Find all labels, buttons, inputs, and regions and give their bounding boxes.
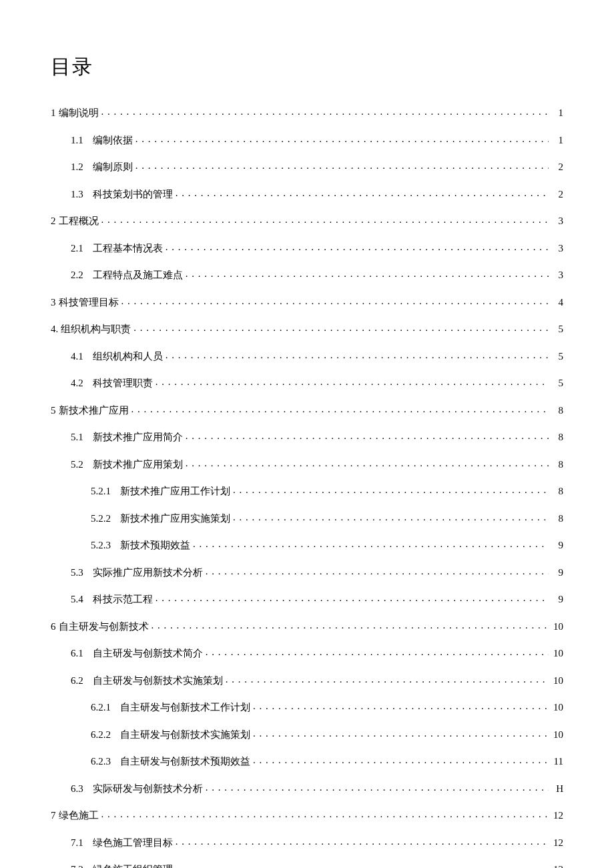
toc-entry-number: 5.2.3: [91, 540, 111, 551]
toc-leader-dots: [233, 512, 549, 522]
toc-entry-number: 5.4: [71, 594, 83, 605]
toc-entry[interactable]: 6.2.1自主研发与创新技术工作计划10: [51, 701, 563, 714]
toc-entry-number: 7: [51, 810, 56, 821]
toc-entry-number: 6.2.3: [91, 756, 111, 767]
toc-entry-label: 编制原则: [93, 161, 133, 173]
toc-entry[interactable]: 3科技管理目标4: [51, 296, 563, 309]
toc-leader-dots: [253, 728, 549, 738]
toc-leader-dots: [166, 242, 549, 252]
toc-entry[interactable]: 6.2.3自主研发与创新技术预期效益11: [51, 755, 563, 768]
toc-entry-page: 10: [551, 729, 563, 741]
toc-entry-number: 5.1: [71, 432, 83, 443]
toc-entry-page: 9: [551, 567, 563, 578]
toc-entry[interactable]: 5.3实际推广应用新技术分析9: [51, 566, 563, 579]
toc-entry[interactable]: 1.3科技策划书的管理2: [51, 187, 563, 201]
toc-entry-number: 6.3: [71, 783, 83, 795]
toc-entry[interactable]: 1.1编制依据1: [51, 133, 563, 147]
toc-entry[interactable]: 7.2绿色施工组织管理12: [51, 863, 563, 868]
toc-entry[interactable]: 2工程概况3: [51, 214, 563, 228]
toc-entry[interactable]: 4.2科技管理职责5: [51, 376, 563, 390]
toc-entry[interactable]: 5.2新技术推广应用策划8: [51, 458, 563, 471]
toc-entry-label: 自主研发与创新技术简介: [93, 647, 203, 660]
toc-entry[interactable]: 5.1新技术推广应用简介8: [51, 430, 563, 444]
toc-leader-dots: [166, 350, 549, 360]
toc-leader-dots: [101, 106, 549, 116]
toc-entry-number: 6: [51, 621, 56, 632]
toc-entry-label: 新技术推广应用简介: [93, 431, 183, 444]
toc-entry-number: 2.2: [71, 270, 83, 281]
toc-entry[interactable]: 4.组织机构与职责5: [51, 322, 563, 336]
toc-entry-label: 组织机构与职责: [61, 323, 131, 336]
toc-entry[interactable]: 6.3实际研发与创新技术分析H: [51, 782, 563, 795]
toc-entry-label: 编制说明: [59, 107, 99, 119]
toc-leader-dots: [206, 782, 549, 792]
toc-leader-dots: [101, 809, 549, 819]
toc-entry-page: 8: [551, 459, 563, 470]
toc-entry-page: 3: [551, 215, 563, 227]
toc-entry[interactable]: 1.2编制原则2: [51, 160, 563, 173]
toc-entry-number: 4.: [51, 324, 58, 335]
toc-entry-label: 新技术预期效益: [120, 539, 190, 552]
toc-entry-number: 5.2.2: [91, 513, 111, 524]
toc-entry-page: 3: [551, 243, 563, 254]
toc-entry-page: 10: [551, 702, 563, 713]
toc-entry[interactable]: 5.2.3新技术预期效益9: [51, 538, 563, 552]
toc-leader-dots: [133, 322, 549, 332]
toc-entry[interactable]: 5新技术推广应用8: [51, 404, 563, 417]
toc-entry-label: 新技术推广应用实施策划: [120, 512, 230, 525]
toc-entry-label: 自主研发与创新技术实施策划: [120, 729, 250, 741]
toc-entry-page: 10: [551, 648, 563, 659]
toc-entry-label: 工程特点及施工难点: [93, 269, 183, 282]
toc-leader-dots: [101, 214, 549, 224]
toc-entry-label: 新技术推广应用工作计划: [120, 485, 230, 498]
toc-entry-label: 绿色施工管理目标: [93, 837, 173, 849]
toc-leader-dots: [121, 296, 549, 306]
toc-entry-number: 6.1: [71, 648, 83, 659]
toc-entry[interactable]: 5.2.1新技术推广应用工作计划8: [51, 484, 563, 498]
toc-entry-page: 8: [551, 405, 563, 416]
toc-leader-dots: [206, 566, 549, 576]
toc-entry-page: 12: [551, 837, 563, 849]
toc-leader-dots: [135, 133, 549, 143]
toc-leader-dots: [186, 268, 549, 278]
toc-entry-label: 自主研发与创新技术: [59, 620, 149, 633]
toc-entry-page: 9: [551, 594, 563, 605]
toc-entry-page: 9: [551, 540, 563, 551]
toc-entry[interactable]: 7.1绿色施工管理目标12: [51, 836, 563, 849]
toc-entry-page: 5: [551, 351, 563, 362]
toc-entry-label: 科技管理职责: [93, 377, 153, 390]
toc-entry[interactable]: 6.2自主研发与创新技术实施策划10: [51, 674, 563, 687]
toc-entry[interactable]: 2.2工程特点及施工难点3: [51, 268, 563, 282]
toc-entry[interactable]: 6.2.2自主研发与创新技术实施策划10: [51, 728, 563, 741]
toc-entry-label: 绿色施工组织管理: [93, 863, 173, 868]
toc-entry-number: 1.1: [71, 135, 83, 146]
toc-entry-page: 5: [551, 378, 563, 389]
toc-entry-label: 实际研发与创新技术分析: [93, 783, 203, 795]
toc-entry-label: 新技术推广应用策划: [93, 458, 183, 471]
toc-entry-number: 1.2: [71, 161, 83, 173]
toc-leader-dots: [233, 484, 549, 494]
toc-entry-number: 4.1: [71, 351, 83, 362]
toc-entry-number: 2.1: [71, 243, 83, 254]
toc-entry[interactable]: 1编制说明1: [51, 106, 563, 119]
toc-entry[interactable]: 4.1组织机构和人员5: [51, 350, 563, 363]
toc-entry-label: 工程概况: [59, 215, 99, 228]
toc-entry-label: 自主研发与创新技术实施策划: [93, 675, 223, 687]
toc-entry[interactable]: 2.1工程基本情况表3: [51, 242, 563, 255]
toc-entry-number: 5.2: [71, 459, 83, 470]
toc-leader-dots: [253, 755, 549, 765]
toc-entry-page: 12: [551, 864, 563, 868]
toc-entry-page: 1: [551, 107, 563, 119]
toc-entry[interactable]: 5.2.2新技术推广应用实施策划8: [51, 512, 563, 525]
toc-entry[interactable]: 6.1自主研发与创新技术简介10: [51, 646, 563, 660]
toc-leader-dots: [176, 836, 549, 846]
toc-entry[interactable]: 6自主研发与创新技术10: [51, 620, 563, 633]
toc-entry-page: 5: [551, 324, 563, 335]
toc-entry[interactable]: 5.4科技示范工程9: [51, 592, 563, 606]
toc-entry-label: 绿色施工: [59, 809, 99, 822]
toc-entry-number: 1: [51, 107, 56, 119]
toc-entry[interactable]: 7绿色施工12: [51, 809, 563, 822]
toc-entry-page: 2: [551, 161, 563, 173]
toc-entry-label: 科技策划书的管理: [93, 188, 173, 201]
toc-leader-dots: [226, 674, 549, 684]
